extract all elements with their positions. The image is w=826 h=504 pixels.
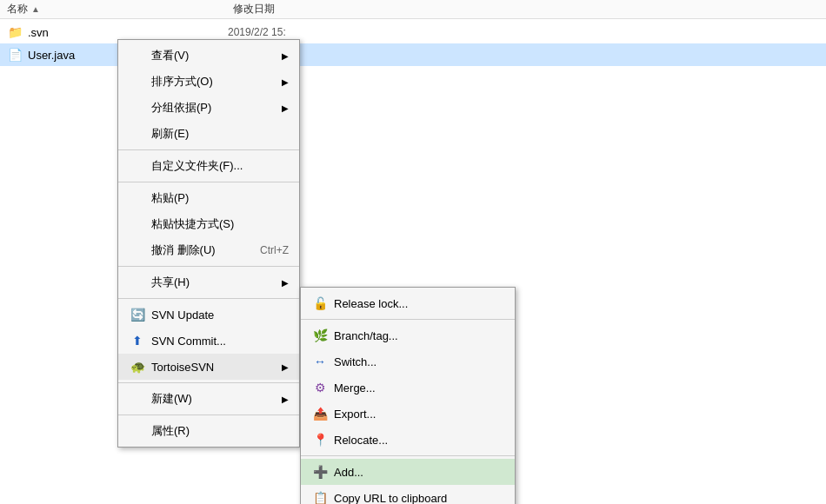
context-menu-svn: 🔓 Release lock... 🌿 Branch/tag... ↔ Swit… bbox=[300, 287, 516, 504]
menu-item-label: 刷新(E) bbox=[151, 126, 289, 142]
menu-separator bbox=[118, 266, 299, 267]
menu-item-label: Add... bbox=[334, 466, 504, 479]
svn-update-icon: 🔄 bbox=[129, 306, 146, 323]
menu-item-label: 分组依据(P) bbox=[151, 100, 278, 116]
undo-icon bbox=[129, 242, 146, 259]
context-menu-left: 查看(V) ▶ 排序方式(O) ▶ 分组依据(P) ▶ 刷新(E) 自定义文件夹… bbox=[117, 39, 300, 448]
menu-item-label: Branch/tag... bbox=[334, 329, 504, 342]
merge-icon: ⚙ bbox=[311, 379, 329, 396]
export-icon: 📤 bbox=[311, 405, 329, 422]
menu-item-merge[interactable]: ⚙ Merge... bbox=[301, 375, 515, 401]
share-icon bbox=[129, 274, 146, 291]
switch-icon: ↔ bbox=[311, 353, 329, 370]
menu-item-label: Switch... bbox=[334, 355, 504, 368]
date-column-header: 修改日期 bbox=[233, 2, 275, 17]
svn-commit-icon: ⬆ bbox=[129, 332, 146, 349]
menu-item-label: 自定义文件夹(F)... bbox=[151, 158, 289, 174]
menu-item-svn-commit[interactable]: ⬆ SVN Commit... bbox=[118, 328, 299, 354]
submenu-arrow: ▶ bbox=[282, 77, 289, 87]
submenu-arrow: ▶ bbox=[282, 395, 289, 404]
menu-item-paste[interactable]: 粘贴(P) bbox=[118, 185, 299, 211]
sort-icon bbox=[129, 73, 146, 90]
menu-separator bbox=[301, 319, 515, 320]
name-column-header: 名称 ▲ bbox=[7, 2, 233, 17]
menu-item-label: 粘贴(P) bbox=[151, 190, 289, 206]
menu-item-label: TortoiseSVN bbox=[151, 361, 278, 374]
menu-item-paste-shortcut[interactable]: 粘贴快捷方式(S) bbox=[118, 211, 299, 237]
relocate-icon: 📍 bbox=[311, 431, 329, 448]
menu-item-customize[interactable]: 自定义文件夹(F)... bbox=[118, 153, 299, 179]
menu-item-tortoise[interactable]: 🐢 TortoiseSVN ▶ bbox=[118, 354, 299, 380]
folder-icon: 📁 bbox=[7, 24, 23, 40]
menu-item-new[interactable]: 新建(W) ▶ bbox=[118, 386, 299, 412]
menu-item-release-lock[interactable]: 🔓 Release lock... bbox=[301, 290, 515, 316]
menu-item-label: 共享(H) bbox=[151, 275, 278, 290]
menu-item-label: Relocate... bbox=[334, 434, 504, 447]
menu-item-label: SVN Commit... bbox=[151, 335, 289, 348]
menu-item-label: 粘贴快捷方式(S) bbox=[151, 216, 289, 232]
menu-separator bbox=[118, 414, 299, 415]
menu-separator bbox=[301, 455, 515, 456]
column-headers: 名称 ▲ 修改日期 bbox=[0, 0, 826, 19]
menu-item-group[interactable]: 分组依据(P) ▶ bbox=[118, 95, 299, 121]
view-icon bbox=[129, 47, 146, 64]
menu-item-label: Release lock... bbox=[334, 297, 504, 310]
group-icon bbox=[129, 99, 146, 116]
file-name: .svn bbox=[28, 26, 219, 39]
menu-item-properties[interactable]: 属性(R) bbox=[118, 418, 299, 444]
branch-tag-icon: 🌿 bbox=[311, 327, 329, 344]
menu-item-label: Copy URL to clipboard bbox=[334, 492, 504, 505]
menu-separator bbox=[118, 182, 299, 182]
release-lock-icon: 🔓 bbox=[311, 295, 329, 312]
add-icon: ➕ bbox=[311, 463, 329, 481]
menu-item-label: Export... bbox=[334, 408, 504, 421]
paste-shortcut-icon bbox=[129, 216, 146, 233]
menu-item-refresh[interactable]: 刷新(E) bbox=[118, 121, 299, 147]
paste-icon bbox=[129, 189, 146, 207]
menu-item-label: 查看(V) bbox=[151, 48, 278, 63]
menu-item-label: 新建(W) bbox=[151, 391, 278, 407]
refresh-icon bbox=[129, 125, 146, 143]
submenu-arrow: ▶ bbox=[282, 362, 289, 372]
java-file-icon: 📄 bbox=[7, 47, 23, 63]
shortcut-text: Ctrl+Z bbox=[260, 244, 289, 256]
menu-item-switch[interactable]: ↔ Switch... bbox=[301, 348, 515, 375]
menu-item-copy-url[interactable]: 📋 Copy URL to clipboard bbox=[301, 485, 515, 504]
menu-separator bbox=[118, 149, 299, 150]
menu-item-undo[interactable]: 撤消 删除(U) Ctrl+Z bbox=[118, 237, 299, 263]
menu-separator bbox=[118, 382, 299, 383]
tortoise-icon: 🐢 bbox=[129, 358, 146, 375]
menu-separator bbox=[118, 298, 299, 299]
menu-item-share[interactable]: 共享(H) ▶ bbox=[118, 269, 299, 295]
menu-item-branch-tag[interactable]: 🌿 Branch/tag... bbox=[301, 322, 515, 348]
submenu-arrow: ▶ bbox=[282, 51, 289, 61]
menu-item-svn-update[interactable]: 🔄 SVN Update bbox=[118, 302, 299, 328]
properties-icon bbox=[129, 422, 146, 440]
menu-item-add[interactable]: ➕ Add... bbox=[301, 459, 515, 485]
menu-item-view[interactable]: 查看(V) ▶ bbox=[118, 43, 299, 69]
file-date: 2019/2/2 15: bbox=[228, 26, 286, 38]
menu-item-label: 属性(R) bbox=[151, 423, 289, 439]
customize-icon bbox=[129, 157, 146, 175]
sort-arrow: ▲ bbox=[31, 4, 40, 14]
menu-item-label: SVN Update bbox=[151, 308, 289, 322]
menu-item-relocate[interactable]: 📍 Relocate... bbox=[301, 427, 515, 453]
menu-item-export[interactable]: 📤 Export... bbox=[301, 401, 515, 427]
copy-url-icon: 📋 bbox=[311, 489, 329, 504]
menu-item-label: 撤消 删除(U) bbox=[151, 242, 243, 258]
submenu-arrow: ▶ bbox=[282, 103, 289, 113]
new-icon bbox=[129, 390, 146, 408]
menu-item-label: Merge... bbox=[334, 381, 504, 395]
menu-item-label: 排序方式(O) bbox=[151, 74, 278, 90]
menu-item-sort[interactable]: 排序方式(O) ▶ bbox=[118, 69, 299, 95]
submenu-arrow: ▶ bbox=[282, 278, 289, 288]
